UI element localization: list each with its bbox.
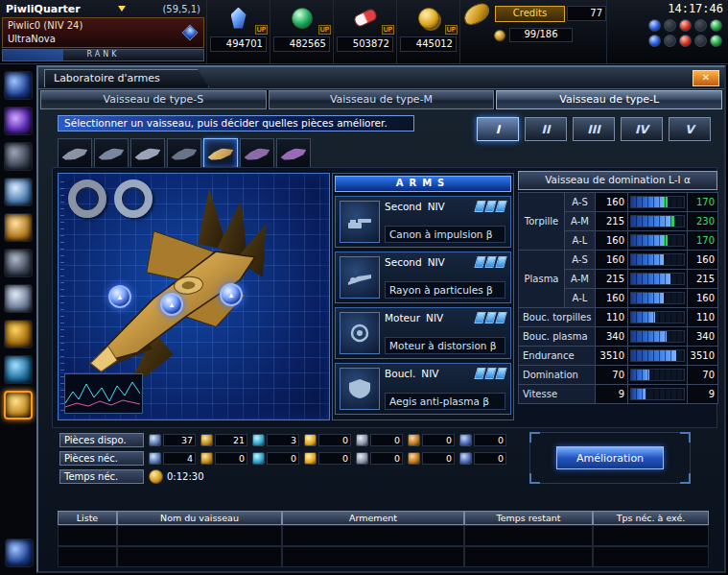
status-orb[interactable] <box>694 19 707 32</box>
time-needed-label: Temps néc. <box>59 469 144 484</box>
credits-group: Credits 77 99/186 <box>459 0 606 63</box>
status-orb[interactable] <box>694 35 707 47</box>
weapon-slot[interactable]: Second NIV Rayon à particules β <box>335 252 511 303</box>
part-count: 0 <box>474 452 506 465</box>
ship-thumbnail[interactable] <box>130 138 165 169</box>
up-badge[interactable]: UP <box>255 25 268 35</box>
stat-group-label: Torpille <box>519 193 565 251</box>
stat-row: Torpille A-S 160 170 <box>519 193 718 212</box>
stats-panel: Vaisseau de domination L-I α Torpille A-… <box>518 171 717 404</box>
ship-thumbnail[interactable] <box>58 138 92 169</box>
ship-slot-node[interactable]: ▴ <box>108 285 131 308</box>
mail-icon[interactable] <box>4 284 33 313</box>
up-badge[interactable]: UP <box>318 25 331 35</box>
status-orb[interactable] <box>648 35 661 47</box>
comms-icon[interactable] <box>5 539 34 567</box>
class-button-1[interactable]: I <box>477 117 519 141</box>
stat-current: 160 <box>596 231 628 251</box>
stat-bar <box>630 253 685 266</box>
resource-value: 482565 <box>273 36 330 52</box>
stat-sub-label: A-S <box>565 193 596 212</box>
slot-type: Second <box>385 201 422 212</box>
close-button[interactable]: ✕ <box>693 70 719 86</box>
coins-icon <box>418 8 439 29</box>
part-icon <box>304 452 317 465</box>
stat-next: 230 <box>688 212 718 231</box>
status-orb[interactable] <box>710 19 722 32</box>
tools-icon[interactable] <box>4 249 33 277</box>
queue-row <box>58 525 709 546</box>
slot-level-label: NIV <box>428 201 445 212</box>
stat-current: 215 <box>596 212 628 231</box>
part-icon <box>252 452 265 465</box>
avatar-icon[interactable] <box>4 178 33 206</box>
pieces-available-label: Pièces dispo. <box>59 433 144 447</box>
crest-icon[interactable] <box>4 213 33 242</box>
stat-next: 340 <box>688 327 718 347</box>
time-needed-value: 0:12:30 <box>167 471 204 482</box>
stat-sub-label: A-M <box>565 270 596 289</box>
stat-row: Bouc. torpilles 110 110 <box>519 308 718 327</box>
galaxy-icon[interactable] <box>4 107 33 135</box>
status-orb[interactable] <box>710 35 722 47</box>
part-icon <box>459 452 472 465</box>
stat-current: 9 <box>596 385 628 404</box>
stat-current: 70 <box>596 366 628 385</box>
status-orb[interactable] <box>664 19 676 32</box>
ship-silhouette-icon <box>97 146 126 162</box>
window-title: Laboratoire d'armes <box>44 69 209 87</box>
eye-icon[interactable] <box>4 355 33 384</box>
credits-button[interactable]: Credits <box>495 6 565 22</box>
emblem-icon[interactable] <box>4 320 33 348</box>
ship-viewport: ▴ ▴ ▴ <box>58 173 330 420</box>
status-orb[interactable] <box>679 35 692 47</box>
stat-row: Bouc. plasma 340 340 <box>519 327 718 347</box>
ship-slot-node[interactable]: ▴ <box>160 293 183 316</box>
weapon-slot[interactable]: Boucl. NIV Aegis anti-plasma β <box>335 363 511 415</box>
ship-thumbnail[interactable] <box>94 138 129 169</box>
ship-thumbnail[interactable] <box>203 138 238 169</box>
part-count: 0 <box>267 452 299 465</box>
tab-type-m[interactable]: Vaisseau de type-M <box>269 90 495 109</box>
stat-next: 215 <box>688 270 718 289</box>
queue-row <box>58 546 709 567</box>
stat-bar <box>630 349 685 362</box>
quarter-selector[interactable]: PiwliQuarter <box>6 3 81 15</box>
game-screen: PiwliQuarter (59,5,1) Piwlic0 (NIV 24) U… <box>0 0 728 575</box>
class-button-4[interactable]: IV <box>621 117 663 141</box>
up-badge[interactable]: UP <box>382 25 394 35</box>
ship-slot-node[interactable]: ▴ <box>220 283 243 306</box>
queue-cell <box>58 525 117 546</box>
ship-thumbnail[interactable] <box>276 138 311 169</box>
class-button-3[interactable]: III <box>573 117 615 141</box>
status-orb[interactable] <box>679 19 692 32</box>
weapon-slot[interactable]: Second NIV Canon à impulsion β <box>335 196 511 248</box>
lab-icon[interactable] <box>4 391 33 419</box>
status-orb[interactable] <box>648 19 661 32</box>
stat-label: Bouc. torpilles <box>519 308 596 327</box>
stat-row: Domination 70 70 <box>519 366 718 385</box>
part-icon <box>252 434 265 446</box>
planet-icon[interactable] <box>4 71 33 100</box>
crystal-icon <box>231 8 247 29</box>
weapon-slot[interactable]: Moteur NIV Moteur à distorsion β <box>335 307 511 359</box>
corner-bracket <box>680 432 691 443</box>
moon-icon[interactable] <box>4 142 33 171</box>
class-button-5[interactable]: V <box>669 117 711 141</box>
part-count: 0 <box>370 452 403 465</box>
ship-class-buttons: I II III IV V <box>477 117 711 141</box>
part-count: 37 <box>163 434 196 446</box>
up-badge[interactable]: UP <box>445 25 458 35</box>
part-count: 0 <box>422 434 455 446</box>
status-orb[interactable] <box>664 35 676 47</box>
tab-type-s[interactable]: Vaisseau de type-S <box>40 90 267 109</box>
ship-thumbnail[interactable] <box>240 138 274 169</box>
status-orbs <box>648 19 723 48</box>
tab-type-l[interactable]: Vaisseau de type-L <box>496 90 722 109</box>
upgrade-button[interactable]: Amélioration <box>556 446 664 469</box>
part-icon <box>304 434 317 446</box>
dropdown-arrow-icon[interactable] <box>118 6 126 12</box>
class-button-2[interactable]: II <box>525 117 567 141</box>
stat-next: 160 <box>688 289 718 308</box>
ship-thumbnail[interactable] <box>167 138 201 169</box>
